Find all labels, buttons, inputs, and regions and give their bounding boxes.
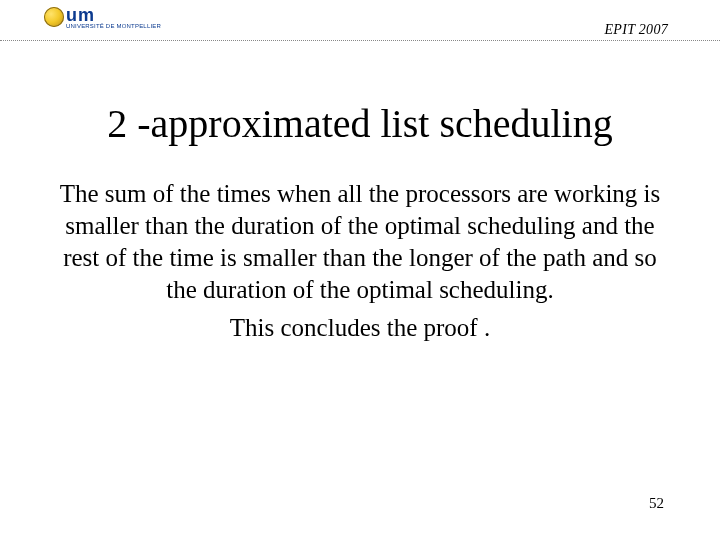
body-paragraph-2: This concludes the proof .	[48, 312, 672, 344]
body-paragraph-1: The sum of the times when all the proces…	[48, 178, 672, 306]
slide-title: 2 -approximated list scheduling	[0, 100, 720, 147]
globe-icon	[44, 7, 64, 27]
logo-acronym: um	[66, 6, 161, 24]
university-logo: um UNIVERSITÉ DE MONTPELLIER	[44, 6, 161, 29]
logo-text: um UNIVERSITÉ DE MONTPELLIER	[66, 6, 161, 29]
page-number: 52	[649, 495, 664, 512]
logo-subtitle: UNIVERSITÉ DE MONTPELLIER	[66, 23, 161, 29]
conference-label: EPIT 2007	[605, 22, 669, 38]
slide-body: The sum of the times when all the proces…	[48, 178, 672, 350]
header-divider	[0, 40, 720, 41]
slide: um UNIVERSITÉ DE MONTPELLIER EPIT 2007 2…	[0, 0, 720, 540]
